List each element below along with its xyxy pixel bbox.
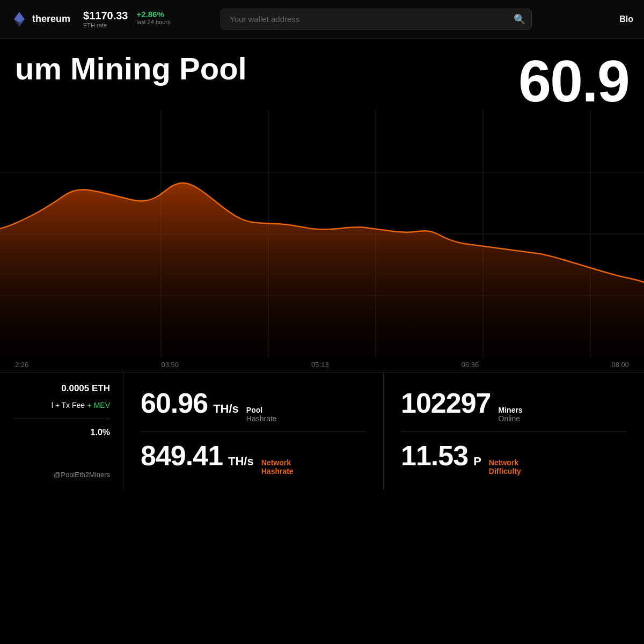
mev-label: + MEV xyxy=(87,401,110,409)
pool-hashrate-label-top: Pool xyxy=(246,406,277,414)
network-hashrate-label-bot: Hashrate xyxy=(261,467,294,475)
time-label-5: 08:00 xyxy=(611,361,629,369)
miners-value: 102297 xyxy=(401,387,491,419)
eth-rate-label: ETH rate xyxy=(83,22,128,28)
network-diff-value: 11.53 xyxy=(401,440,468,472)
eth-icon xyxy=(11,11,28,28)
pool-hashrate-stat: 60.96 TH/s Pool Hashrate xyxy=(141,387,366,423)
stats-right-column: 102297 Miners Online 11.53 P Network Dif… xyxy=(384,372,644,490)
network-diff-label-top: Network xyxy=(489,458,521,467)
pool-title: um Mining Pool xyxy=(15,52,247,86)
network-hashrate-unit: TH/s xyxy=(228,455,254,469)
change-label: last 24 hours xyxy=(136,19,170,25)
stats-left-column: 0.0005 ETH l + Tx Fee + MEV 1.0% @PoolEt… xyxy=(0,372,123,490)
reward-type: l + Tx Fee xyxy=(52,401,85,409)
miners-online-stat: 102297 Miners Online xyxy=(401,387,627,423)
time-label-4: 06:36 xyxy=(462,361,479,369)
miners-label-bot: Online xyxy=(499,414,523,423)
time-label-2: 03:50 xyxy=(161,361,179,369)
min-payout-value: 0.0005 ETH xyxy=(61,383,110,393)
header: thereum $1170.33 ETH rate +2.86% last 24… xyxy=(0,0,644,39)
pool-hashrate-value: 60.96 xyxy=(141,387,208,419)
hero-section: um Mining Pool 60.9 xyxy=(0,39,644,111)
hashrate-chart xyxy=(0,111,644,357)
network-diff-unit: P xyxy=(473,455,481,469)
eth-change: +2.86% xyxy=(136,10,170,19)
hero-hashrate: 60.9 xyxy=(518,52,629,111)
time-labels: 2:26 03:50 05:13 06:36 08:00 xyxy=(0,357,644,372)
network-hashrate-value: 849.41 xyxy=(141,440,223,472)
time-label-3: 05:13 xyxy=(311,361,329,369)
pool-hashrate-unit: TH/s xyxy=(213,402,239,416)
pool-hashrate-label-bot: Hashrate xyxy=(246,414,277,423)
stats-grid: 0.0005 ETH l + Tx Fee + MEV 1.0% @PoolEt… xyxy=(0,372,644,490)
network-difficulty-stat: 11.53 P Network Difficulty xyxy=(401,440,627,475)
network-hashrate-stat: 849.41 TH/s Network Hashrate xyxy=(141,440,366,475)
brand-name: thereum xyxy=(32,13,70,25)
eth-price: $1170.33 xyxy=(83,10,128,22)
eth-logo-area: thereum xyxy=(11,11,70,28)
chart-svg xyxy=(0,111,644,357)
search-button[interactable]: 🔍 xyxy=(514,13,525,25)
fee-value: 1.0% xyxy=(91,428,110,437)
nav-right[interactable]: Blo xyxy=(619,14,633,24)
network-hashrate-label-top: Network xyxy=(261,458,294,467)
network-diff-label-bot: Difficulty xyxy=(489,467,521,475)
stats-center-column: 60.96 TH/s Pool Hashrate 849.41 TH/s Net… xyxy=(123,372,384,490)
wallet-address-input[interactable] xyxy=(221,9,532,30)
contact-handle: @PoolEth2Miners xyxy=(54,471,110,479)
miners-label-top: Miners xyxy=(499,406,523,414)
time-label-1: 2:26 xyxy=(15,361,28,369)
wallet-search-bar: 🔍 xyxy=(221,9,532,30)
